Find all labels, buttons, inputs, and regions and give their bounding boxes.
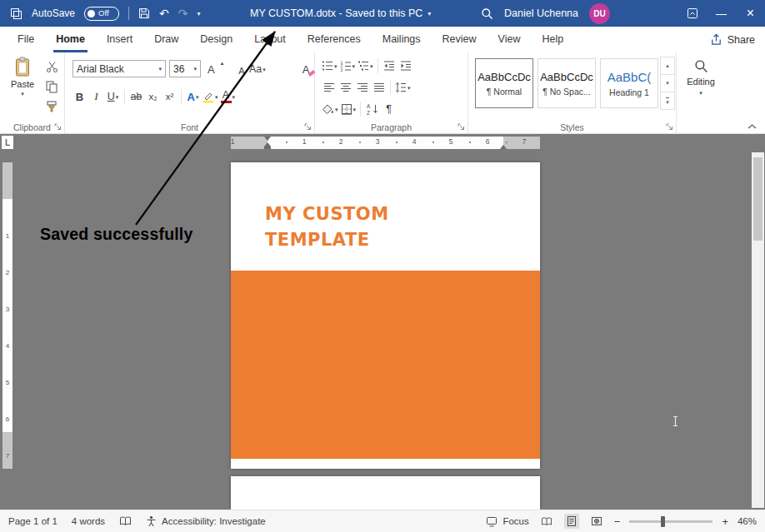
tab-stop-selector[interactable]: L xyxy=(2,136,13,149)
web-layout-icon[interactable] xyxy=(588,514,605,529)
page-bottom-edge[interactable] xyxy=(231,476,540,510)
align-left-icon[interactable] xyxy=(322,78,336,97)
cut-icon[interactable] xyxy=(42,58,62,75)
user-name[interactable]: Daniel Uchenna xyxy=(504,7,578,19)
style-normal[interactable]: AaBbCcDc ¶ Normal xyxy=(475,58,533,108)
highlight-button[interactable]: ▾ xyxy=(202,87,218,106)
superscript-button[interactable]: x² xyxy=(162,87,177,106)
minimize-button[interactable]: — xyxy=(707,0,736,27)
strikethrough-button[interactable]: ab xyxy=(129,87,143,106)
page-indicator[interactable]: Page 1 of 1 xyxy=(8,516,58,526)
change-case-button[interactable]: Aa▾ xyxy=(249,60,266,78)
left-indent-marker[interactable] xyxy=(264,147,271,149)
page-1[interactable]: MY CUSTOM TEMPLATE xyxy=(231,162,540,469)
search-icon[interactable] xyxy=(481,7,493,20)
styles-more-icon[interactable]: ▾ xyxy=(660,92,675,110)
line-spacing-button[interactable]: ▾ xyxy=(395,78,411,97)
justify-icon[interactable] xyxy=(372,78,386,97)
styles-scroll-up-icon[interactable]: ▴ xyxy=(660,57,675,75)
tab-design[interactable]: Design xyxy=(189,27,243,52)
sort-icon[interactable]: AZ xyxy=(365,100,379,118)
font-dialog-launcher-icon[interactable] xyxy=(304,123,312,131)
bullets-button[interactable]: ▾ xyxy=(322,57,338,75)
vertical-ruler[interactable]: 1 2 3 4 5 6 7 xyxy=(2,162,12,469)
numbering-button[interactable]: 123 ▾ xyxy=(340,57,356,75)
tab-review[interactable]: Review xyxy=(432,27,488,52)
tab-file[interactable]: File xyxy=(7,27,45,52)
read-mode-icon[interactable] xyxy=(538,515,555,528)
format-painter-icon[interactable] xyxy=(42,98,62,115)
undo-button[interactable]: ↶ xyxy=(159,7,169,19)
text-effects-button[interactable]: A ▾ xyxy=(186,87,200,106)
focus-button[interactable]: Focus xyxy=(486,516,528,527)
save-icon[interactable] xyxy=(138,7,150,19)
zoom-in-button[interactable]: + xyxy=(722,515,728,528)
word-count[interactable]: 4 words xyxy=(72,516,105,526)
zoom-slider[interactable] xyxy=(629,520,712,523)
paste-dropdown-icon[interactable]: ▾ xyxy=(21,91,24,97)
highlighter-icon xyxy=(202,91,214,103)
tab-layout[interactable]: Layout xyxy=(243,27,297,52)
align-center-icon[interactable] xyxy=(338,78,352,97)
first-line-indent-marker[interactable] xyxy=(264,137,271,141)
styles-scroll-down-icon[interactable]: ▾ xyxy=(660,74,675,92)
clipboard-dialog-launcher-icon[interactable] xyxy=(54,123,62,131)
copy-icon[interactable] xyxy=(42,78,62,95)
tab-view[interactable]: View xyxy=(488,27,532,52)
clipboard-group: Paste ▾ Clipboard xyxy=(0,52,65,133)
increase-indent-icon[interactable] xyxy=(399,57,413,75)
share-button[interactable]: Share xyxy=(710,27,755,52)
font-color-button[interactable]: A ▾ xyxy=(221,87,236,106)
editing-button[interactable]: Editing ▾ xyxy=(682,59,720,96)
italic-button[interactable]: I xyxy=(89,87,103,106)
proofing-icon[interactable] xyxy=(119,516,132,526)
tab-mailings[interactable]: Mailings xyxy=(372,27,432,52)
decrease-indent-icon[interactable] xyxy=(382,57,397,75)
tab-references[interactable]: References xyxy=(297,27,372,52)
underline-button[interactable]: U ▾ xyxy=(106,87,120,106)
styles-dialog-launcher-icon[interactable] xyxy=(666,123,673,131)
collapse-ribbon-icon[interactable] xyxy=(748,124,757,129)
chevron-down-icon: ▾ xyxy=(193,66,197,72)
zoom-percentage[interactable]: 46% xyxy=(738,516,757,526)
font-size-combo[interactable]: 36 ▾ xyxy=(169,60,201,77)
align-right-icon[interactable] xyxy=(355,78,369,97)
tab-insert[interactable]: Insert xyxy=(96,27,143,52)
shrink-font-button[interactable]: A▾ xyxy=(238,66,247,76)
orange-rectangle[interactable] xyxy=(231,271,540,459)
vertical-scrollbar[interactable] xyxy=(752,152,764,508)
ribbon-display-options-icon[interactable] xyxy=(678,0,707,27)
paste-button[interactable]: Paste ▾ xyxy=(6,57,39,118)
tab-home[interactable]: Home xyxy=(45,27,96,52)
style-heading-1[interactable]: AaBbC( Heading 1 xyxy=(600,58,658,108)
shading-button[interactable]: ▾ xyxy=(322,100,338,118)
customize-quick-access-icon[interactable]: ▾ xyxy=(198,10,201,17)
document-title[interactable]: MY CUSTOM.dotx - Saved to this PC ▾ xyxy=(250,0,431,27)
left-margin-segment xyxy=(231,137,268,149)
grow-font-button[interactable]: A▴ xyxy=(208,63,218,76)
ruler-number: 1 xyxy=(231,137,235,146)
avatar[interactable]: DU xyxy=(589,3,610,24)
borders-button[interactable]: ▾ xyxy=(341,100,357,118)
tab-help[interactable]: Help xyxy=(531,27,574,52)
print-layout-icon[interactable] xyxy=(564,514,579,529)
zoom-slider-thumb[interactable] xyxy=(661,516,665,527)
paragraph-dialog-launcher-icon[interactable] xyxy=(458,123,465,131)
multilevel-list-button[interactable]: ▾ xyxy=(358,57,373,75)
subscript-button[interactable]: x₂ xyxy=(146,87,160,106)
right-indent-marker[interactable] xyxy=(500,145,507,149)
horizontal-ruler[interactable]: 1 1 2 3 4 5 6 7 xyxy=(231,137,540,149)
zoom-out-button[interactable]: − xyxy=(614,515,621,528)
style-no-spacing[interactable]: AaBbCcDc ¶ No Spac... xyxy=(538,58,596,108)
autosave-toggle[interactable]: Off xyxy=(84,7,119,21)
tab-draw[interactable]: Draw xyxy=(143,27,189,52)
close-button[interactable]: × xyxy=(736,0,765,27)
word-window: AutoSave Off ↶ ↷ ▾ MY CUSTOM.dotx - Save… xyxy=(0,0,765,532)
document-heading[interactable]: MY CUSTOM TEMPLATE xyxy=(265,201,389,253)
clear-formatting-button[interactable]: A xyxy=(302,63,310,76)
accessibility-checker[interactable]: Accessibility: Investigate xyxy=(146,515,266,527)
bold-button[interactable]: B xyxy=(72,87,87,106)
show-hide-pilcrow-button[interactable]: ¶ xyxy=(382,100,396,118)
scrollbar-thumb[interactable] xyxy=(753,157,762,241)
font-name-combo[interactable]: Arial Black ▾ xyxy=(72,60,166,77)
